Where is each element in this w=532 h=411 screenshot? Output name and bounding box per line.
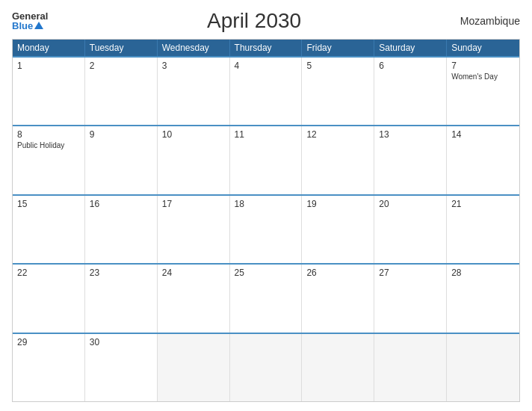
day-cell: 29	[13, 334, 85, 401]
day-number: 20	[379, 199, 442, 209]
week-row-4: 22232425262728	[13, 263, 519, 332]
day-number: 27	[379, 268, 442, 278]
day-cell: 1	[13, 58, 85, 125]
day-cell: 3	[158, 58, 230, 125]
day-cell	[230, 334, 303, 401]
week-row-2: 8Public Holiday91011121314	[13, 125, 519, 194]
weeks-container: 1234567Women's Day8Public Holiday9101112…	[13, 56, 519, 401]
day-number: 8	[17, 129, 80, 140]
header-wednesday: Wednesday	[158, 40, 230, 56]
logo-triangle-icon	[34, 22, 43, 29]
day-cell: 18	[230, 196, 303, 263]
day-cell: 2	[85, 58, 158, 125]
day-number: 2	[90, 61, 152, 71]
day-number: 9	[90, 129, 152, 140]
header-thursday: Thursday	[230, 40, 303, 56]
day-cell: 11	[230, 126, 303, 194]
day-number: 23	[90, 268, 152, 278]
day-number: 30	[90, 337, 152, 347]
logo: General Blue	[12, 11, 48, 31]
calendar: Monday Tuesday Wednesday Thursday Friday…	[12, 39, 520, 402]
day-cell: 10	[158, 126, 230, 194]
day-number: 29	[17, 337, 80, 347]
day-number: 18	[235, 199, 297, 209]
header-sunday: Sunday	[447, 40, 519, 56]
day-cell: 27	[374, 265, 447, 332]
calendar-title: April 2030	[207, 9, 301, 33]
day-cell: 30	[85, 334, 158, 401]
header-saturday: Saturday	[374, 40, 447, 56]
day-cell	[374, 334, 447, 401]
day-number: 6	[379, 61, 442, 71]
day-cell: 16	[85, 196, 158, 263]
day-cell: 7Women's Day	[447, 58, 519, 125]
day-cell: 19	[302, 196, 374, 263]
day-number: 13	[379, 129, 442, 140]
day-cell: 13	[374, 126, 447, 194]
day-number: 26	[306, 268, 369, 278]
day-cell: 12	[302, 126, 374, 194]
day-cell: 5	[302, 58, 374, 125]
header-friday: Friday	[302, 40, 374, 56]
day-number: 25	[235, 268, 297, 278]
country-label: Mozambique	[460, 15, 520, 27]
day-cell	[447, 334, 519, 401]
header-monday: Monday	[13, 40, 85, 56]
day-cell: 8Public Holiday	[13, 126, 85, 194]
day-number: 15	[17, 199, 80, 209]
holiday-label: Women's Day	[451, 72, 515, 81]
week-row-3: 15161718192021	[13, 194, 519, 263]
day-cell: 14	[447, 126, 519, 194]
day-cell: 15	[13, 196, 85, 263]
day-number: 11	[235, 129, 297, 140]
week-row-1: 1234567Women's Day	[13, 56, 519, 125]
day-number: 1	[17, 61, 80, 71]
day-headers-row: Monday Tuesday Wednesday Thursday Friday…	[13, 40, 519, 56]
holiday-label: Public Holiday	[17, 141, 80, 150]
day-cell: 28	[447, 265, 519, 332]
day-number: 21	[451, 199, 515, 209]
day-cell: 20	[374, 196, 447, 263]
day-number: 14	[451, 129, 515, 140]
day-number: 19	[306, 199, 369, 209]
day-cell: 24	[158, 265, 230, 332]
day-cell: 4	[230, 58, 303, 125]
day-cell: 25	[230, 265, 303, 332]
day-number: 4	[235, 61, 297, 71]
day-cell: 21	[447, 196, 519, 263]
day-number: 17	[162, 199, 225, 209]
day-number: 5	[306, 61, 369, 71]
day-number: 24	[162, 268, 225, 278]
day-cell	[302, 334, 374, 401]
header: General Blue April 2030 Mozambique	[12, 9, 520, 33]
day-cell: 9	[85, 126, 158, 194]
day-cell: 23	[85, 265, 158, 332]
day-number: 28	[451, 268, 515, 278]
day-number: 10	[162, 129, 225, 140]
day-number: 12	[306, 129, 369, 140]
day-number: 22	[17, 268, 80, 278]
day-cell: 6	[374, 58, 447, 125]
day-cell	[158, 334, 230, 401]
day-cell: 17	[158, 196, 230, 263]
page: General Blue April 2030 Mozambique Monda…	[0, 0, 532, 411]
header-tuesday: Tuesday	[85, 40, 158, 56]
week-row-5: 2930	[13, 333, 519, 401]
day-cell: 22	[13, 265, 85, 332]
day-number: 7	[451, 61, 515, 71]
day-number: 3	[162, 61, 225, 71]
logo-blue-text: Blue	[12, 21, 48, 31]
day-number: 16	[90, 199, 152, 209]
day-cell: 26	[302, 265, 374, 332]
